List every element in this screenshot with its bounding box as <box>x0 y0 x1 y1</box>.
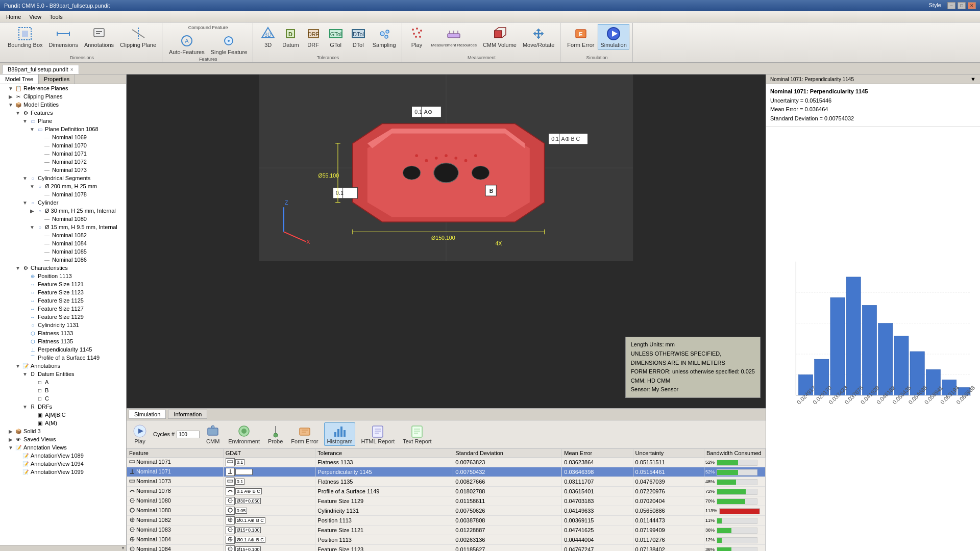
main-tab[interactable]: B89part_fullsetup.pundit × <box>2 65 79 74</box>
table-row[interactable]: Nominal 1080Ø30+0.050Feature Size 11290.… <box>127 496 766 506</box>
tree-item-nominal-1080[interactable]: — Nominal 1080 <box>0 215 126 223</box>
tree-item-feat-1127[interactable]: ↔ Feature Size 1127 <box>0 305 126 313</box>
bounding-box-btn[interactable]: Bounding Box <box>5 24 45 49</box>
sim-form-error-btn[interactable]: Form Error <box>289 423 320 445</box>
create-datum-btn[interactable]: D Datum <box>280 24 301 49</box>
form-error-btn[interactable]: E Form Error <box>565 24 597 49</box>
tree-item-annotation-views[interactable]: ▼ 📝 Annotation Views <box>0 443 126 452</box>
cycles-input[interactable] <box>177 431 200 438</box>
menu-tools[interactable]: Tools <box>45 13 67 21</box>
ref-planes-expand[interactable]: ▼ <box>7 86 14 91</box>
sim-env-btn[interactable]: Environment <box>226 423 262 445</box>
table-row[interactable]: Nominal 1082Ø0.1 A⊕ B CPosition 11130.00… <box>127 516 766 525</box>
sim-tab-simulation[interactable]: Simulation <box>129 410 166 419</box>
tree-item-cyl-30[interactable]: ▶ ○ Ø 30 mm, H 25 mm, Internal <box>0 207 126 215</box>
tree-item-nominal-1072[interactable]: — Nominal 1072 <box>0 158 126 166</box>
tree-item-ref-planes[interactable]: ▼ 📋 Reference Planes <box>0 84 126 92</box>
tree-item-datum-a[interactable]: □ A <box>0 378 126 386</box>
auto-features-btn[interactable]: A Auto-Features <box>166 31 207 57</box>
3d-features-btn[interactable]: 3D 3D <box>257 24 279 49</box>
tree-item-datum-b[interactable]: □ B <box>0 386 126 394</box>
tree-item-annview-1094[interactable]: 📝 AnnotationView 1094 <box>0 460 126 468</box>
menu-home[interactable]: Home <box>2 13 25 21</box>
tree-item-nominal-1084a[interactable]: — Nominal 1084 <box>0 239 126 247</box>
tree-item-cylindrical-seg[interactable]: ▼ ○ Cylindrical Segments <box>0 174 126 182</box>
tree-item-features[interactable]: ▼ ⚙ Features <box>0 109 126 117</box>
tree-item-plane[interactable]: ▼ ▭ Plane <box>0 117 126 125</box>
tree-item-annview-1099[interactable]: 📝 AnnotationView 1099 <box>0 468 126 476</box>
tab-close-btn[interactable]: × <box>70 67 74 72</box>
tree-item-feat-1125[interactable]: ↔ Feature Size 1125 <box>0 296 126 305</box>
single-feature-btn[interactable]: Single Feature <box>208 31 250 57</box>
right-dropdown-arrow[interactable]: ▼ <box>970 76 976 82</box>
sim-cmm-btn[interactable]: CMM <box>204 423 222 445</box>
table-row[interactable]: Nominal 1083Ø15+0.100Feature Size 11210.… <box>127 525 766 535</box>
sim-text-report-btn[interactable]: Text Report <box>401 423 433 445</box>
properties-tab[interactable]: Properties <box>39 74 75 84</box>
table-row[interactable]: Nominal 10710.1Flatness 11330.007638230.… <box>127 458 766 467</box>
tree-item-perp-1145[interactable]: ⊥ Perpendicularity 1145 <box>0 345 126 354</box>
table-row[interactable]: Nominal 1084Ø15+0.100Feature Size 11230.… <box>127 545 766 552</box>
sim-html-report-btn[interactable]: HTML Report <box>359 423 397 445</box>
create-sampling-btn[interactable]: Sampling <box>370 24 399 49</box>
tree-item-nominal-1078[interactable]: — Nominal 1078 <box>0 190 126 198</box>
tree-item-nominal-1073[interactable]: — Nominal 1073 <box>0 166 126 174</box>
tree-item-drf-am[interactable]: ▣ A(M) <box>0 419 126 427</box>
tree-item-cyl-1131[interactable]: ○ Cylindricity 1131 <box>0 321 126 329</box>
tree-item-saved-views[interactable]: ▶ 👁 Saved Views <box>0 435 126 443</box>
tree-item-model-entities[interactable]: ▼ 📦 Model Entities <box>0 101 126 109</box>
annotations-btn[interactable]: Annotations <box>82 24 116 49</box>
model-tree-tab[interactable]: Model Tree <box>0 74 39 84</box>
tree-item-cyl-15[interactable]: ▼ ○ Ø 15 mm, H 9.5 mm, Internal <box>0 223 126 231</box>
tree-item-feat-1121[interactable]: ↔ Feature Size 1121 <box>0 280 126 288</box>
tree-item-feat-1123[interactable]: ↔ Feature Size 1123 <box>0 288 126 296</box>
move-rotate-btn[interactable]: Move/Rotate <box>520 24 557 49</box>
tree-item-nominal-1070[interactable]: — Nominal 1070 <box>0 141 126 149</box>
sim-probe-btn[interactable]: Probe <box>266 423 285 445</box>
tree-item-annotations[interactable]: ▼ 📝 Annotations <box>0 362 126 370</box>
sim-play-btn[interactable]: Play <box>131 423 149 445</box>
sim-histogram-btn[interactable]: Histogram <box>324 422 355 446</box>
table-row[interactable]: Nominal 10800.05Cylindricity 11310.00750… <box>127 506 766 516</box>
tree-item-nominal-1082[interactable]: — Nominal 1082 <box>0 231 126 239</box>
maximize-button[interactable]: □ <box>958 2 966 9</box>
table-row[interactable]: Nominal 10710.1 A⊕Perpendicularity 11450… <box>127 467 766 477</box>
sim-table[interactable]: Feature GD&T Tolerance Standard Deviatio… <box>127 448 766 551</box>
tree-item-cyl-200[interactable]: ▼ ○ Ø 200 mm, H 25 mm <box>0 182 126 190</box>
tree-item-clip-planes[interactable]: ▶ ✂ Clipping Planes <box>0 92 126 101</box>
simulation-main-btn[interactable]: Simulation <box>598 24 629 49</box>
tree-item-flat-1135[interactable]: ⬡ Flatness 1135 <box>0 337 126 345</box>
cmm-volume-btn[interactable]: CMM Volume <box>480 24 519 49</box>
create-dtol-btn[interactable]: DTol DTol <box>348 24 369 49</box>
minimize-button[interactable]: – <box>947 2 955 9</box>
tree-item-solid3[interactable]: ▶ 📦 Solid 3 <box>0 427 126 435</box>
tree-item-nominal-1085a[interactable]: — Nominal 1085 <box>0 247 126 256</box>
tree-item-nominal-1071[interactable]: — Nominal 1071 <box>0 149 126 158</box>
tree-item-cylinder[interactable]: ▼ ○ Cylinder <box>0 198 126 207</box>
sim-tab-information[interactable]: Information <box>168 410 207 419</box>
tree-scroll-bar[interactable]: ▼ <box>0 545 126 551</box>
create-gtol-btn[interactable]: GTol GTol <box>325 24 347 49</box>
tree-item-prof-1149[interactable]: ⌒ Profile of a Surface 1149 <box>0 354 126 362</box>
tree-item-drf-abc[interactable]: ▣ A[M]B|C <box>0 411 126 419</box>
clipping-plane-btn[interactable]: Clipping Plane <box>117 24 159 49</box>
show-points-btn[interactable]: Play <box>406 24 428 49</box>
tree-item-flat-1133[interactable]: ⬡ Flatness 1133 <box>0 329 126 337</box>
table-row[interactable]: Nominal 1084Ø0.1 A⊕ B CPosition 11130.00… <box>127 535 766 545</box>
table-row[interactable]: Nominal 10730.1Flatness 11350.008276660.… <box>127 477 766 487</box>
tree-item-characteristics[interactable]: ▼ ⚙ Characteristics <box>0 264 126 272</box>
tree-item-plane-def[interactable]: ▼ ▭ Plane Definition 1068 <box>0 125 126 133</box>
tree-item-pos-1113[interactable]: ⊕ Position 1113 <box>0 272 126 280</box>
tree-item-datum-c[interactable]: □ C <box>0 394 126 403</box>
viewport[interactable]: 0.1 A⊕ B 0.1 A⊕ B C 0.1 <box>127 74 766 408</box>
tree-item-nominal-1069[interactable]: — Nominal 1069 <box>0 133 126 141</box>
dimensions-btn[interactable]: Dimensions <box>46 24 81 49</box>
clip-planes-expand[interactable]: ▶ <box>7 94 14 99</box>
table-row[interactable]: Nominal 10780.1 A⊕ B CProfile of a Surfa… <box>127 487 766 496</box>
tree-item-feat-1129[interactable]: ↔ Feature Size 1129 <box>0 313 126 321</box>
tree-item-nominal-1086a[interactable]: — Nominal 1086 <box>0 256 126 264</box>
menu-view[interactable]: View <box>25 13 45 21</box>
measurement-resources-btn[interactable]: Measurement Resources <box>429 25 479 49</box>
tree-item-drfs[interactable]: ▼ R DRFs <box>0 403 126 411</box>
create-drf-btn[interactable]: DRF DRF <box>303 24 324 49</box>
